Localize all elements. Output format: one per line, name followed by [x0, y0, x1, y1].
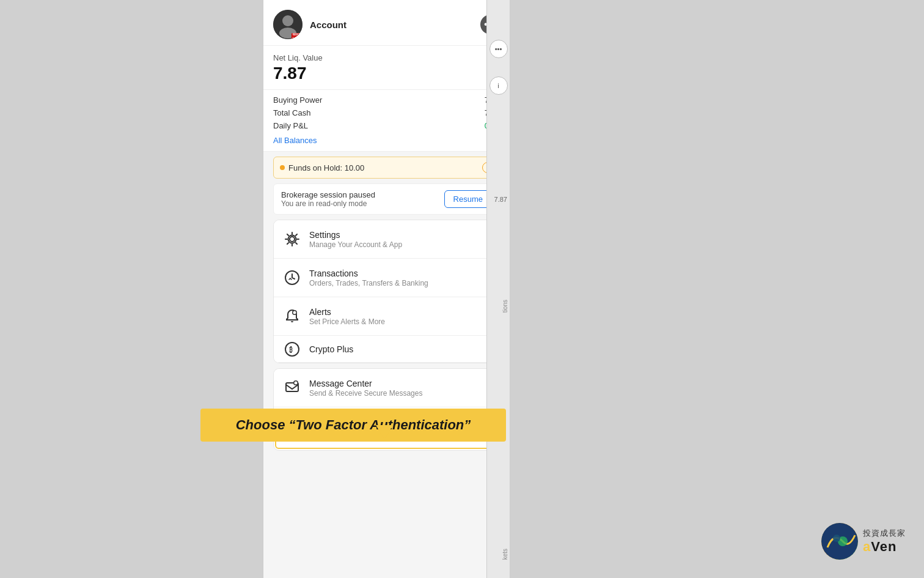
crypto-menu-item[interactable]: ₿ Crypto Plus [274, 336, 499, 363]
sidebar-more-button[interactable]: ••• [490, 40, 508, 58]
brand-circle-icon [821, 523, 858, 560]
svg-point-17 [833, 535, 840, 542]
arrow-down-icon [376, 425, 393, 440]
right-sidebar: ••• i 7.87 tions kets [486, 0, 510, 578]
daily-pnl-label: Daily P&L [273, 121, 308, 130]
message-center-menu-item[interactable]: Message Center Send & Receive Secure Mes… [274, 369, 499, 407]
phone-frame: IBKRLITE Account ••• Net Liq. Value 7.87 [263, 0, 510, 578]
session-paused-bar: Brokerage session paused You are in read… [273, 183, 500, 215]
svg-point-9 [293, 311, 296, 314]
crypto-title: Crypto Plus [309, 344, 492, 354]
brand-a-letter: a [863, 539, 871, 554]
brand-ven-text: Ven [871, 539, 897, 554]
net-liq-label: Net Liq. Value [273, 53, 500, 62]
svg-point-1 [282, 15, 293, 26]
funds-hold-text: Funds on Hold: 10.00 [288, 163, 364, 172]
transactions-icon-wrap [281, 267, 303, 289]
session-text-block: Brokerage session paused You are in read… [281, 190, 375, 208]
brand-logo: 投資成長家 aVen [821, 523, 906, 560]
transactions-menu-item[interactable]: Transactions Orders, Trades, Transfers &… [274, 259, 499, 297]
alerts-icon [284, 308, 300, 324]
avatar-badge-text: IBKRLITE [293, 32, 302, 39]
account-left: IBKRLITE Account [273, 10, 346, 39]
total-cash-label: Total Cash [273, 108, 310, 117]
message-center-text-block: Message Center Send & Receive Secure Mes… [309, 379, 489, 398]
read-only-text: You are in read-only mode [281, 199, 375, 208]
total-cash-row: Total Cash 7.87 [273, 106, 500, 119]
resume-button[interactable]: Resume [444, 190, 492, 208]
transactions-text-block: Transactions Orders, Trades, Transfers &… [309, 269, 489, 287]
settings-menu-item[interactable]: Settings Manage Your Account & App › [274, 220, 499, 259]
brand-cn-text: 投資成長家 [863, 528, 906, 539]
transactions-subtitle: Orders, Trades, Transfers & Banking [309, 279, 489, 287]
alerts-title: Alerts [309, 307, 489, 317]
account-header: IBKRLITE Account ••• [263, 0, 510, 46]
buying-power-label: Buying Power [273, 95, 322, 105]
phone-content: IBKRLITE Account ••• Net Liq. Value 7.87 [263, 0, 510, 578]
message-center-icon-wrap [281, 377, 303, 399]
gear-icon [284, 231, 300, 247]
alerts-text-block: Alerts Set Price Alerts & More [309, 307, 489, 326]
all-balances-link[interactable]: All Balances [273, 136, 500, 145]
message-icon [284, 380, 300, 396]
instruction-text: Choose “Two Factor Authentication” [236, 417, 471, 432]
sidebar-kets-label: kets [502, 549, 508, 560]
settings-title: Settings [309, 230, 489, 240]
sidebar-value: 7.87 [494, 196, 507, 203]
buying-power-row: Buying Power 7.87 [273, 94, 500, 106]
instruction-banner: Choose “Two Factor Authentication” [200, 409, 506, 442]
settings-icon-wrap [281, 228, 303, 250]
sidebar-more-icon: ••• [495, 45, 502, 53]
arrow-indicator [376, 425, 393, 440]
alerts-icon-wrap [281, 305, 303, 327]
message-center-title: Message Center [309, 379, 489, 388]
settings-subtitle: Manage Your Account & App [309, 240, 489, 249]
session-paused-text: Brokerage session paused [281, 190, 375, 199]
avatar-badge: IBKRLITE [292, 33, 302, 39]
screen-container: IBKRLITE Account ••• Net Liq. Value 7.87 [0, 0, 924, 578]
svg-point-5 [290, 237, 295, 242]
svg-text:₿: ₿ [289, 346, 293, 354]
balance-rows: Buying Power 7.87 Total Cash 7.87 Daily … [263, 90, 510, 152]
funds-hold-banner: Funds on Hold: 10.00 i [273, 157, 500, 179]
crypto-text-block: Crypto Plus [309, 344, 492, 354]
sidebar-info-button[interactable]: i [490, 76, 508, 95]
crypto-icon: ₿ [284, 341, 300, 357]
alerts-subtitle: Set Price Alerts & More [309, 317, 489, 326]
crypto-icon-wrap: ₿ [281, 338, 303, 360]
main-menu-list: Settings Manage Your Account & App › [273, 220, 500, 363]
sidebar-tions-label: tions [502, 300, 508, 313]
avatar: IBKRLITE [273, 10, 302, 39]
transactions-icon [284, 270, 300, 286]
sidebar-info-icon: i [497, 82, 499, 89]
brand-en-text: aVen [863, 539, 897, 555]
transactions-title: Transactions [309, 269, 489, 278]
funds-hold-left: Funds on Hold: 10.00 [280, 163, 364, 172]
message-center-subtitle: Send & Receive Secure Messages [309, 389, 489, 398]
funds-hold-dot [280, 165, 285, 170]
account-label: Account [310, 20, 346, 30]
svg-point-14 [295, 382, 298, 385]
settings-text-block: Settings Manage Your Account & App [309, 230, 489, 249]
brand-text-block: 投資成長家 aVen [863, 528, 906, 555]
net-liq-section: Net Liq. Value 7.87 [263, 46, 510, 90]
alerts-menu-item[interactable]: Alerts Set Price Alerts & More › [274, 297, 499, 336]
net-liq-value: 7.87 [273, 64, 307, 83]
daily-pnl-row: Daily P&L 0.00 [273, 119, 500, 132]
net-liq-value-row: 7.87 [273, 64, 500, 83]
